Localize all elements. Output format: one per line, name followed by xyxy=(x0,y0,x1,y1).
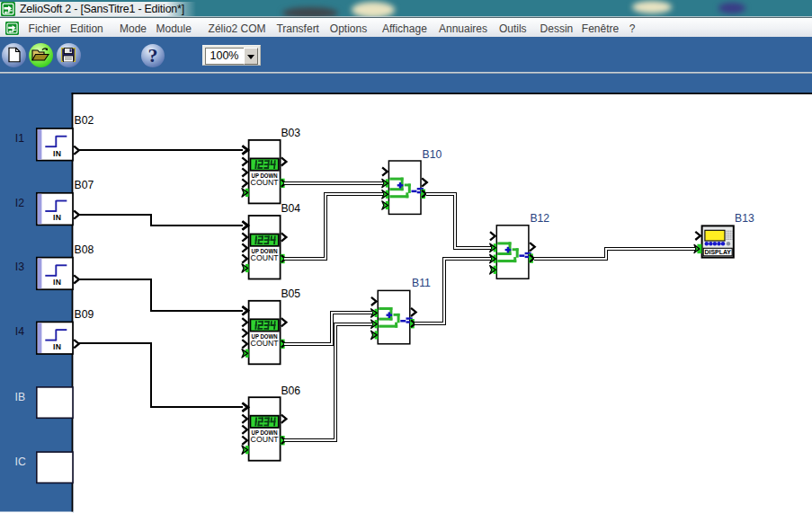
svg-text:COUNT: COUNT xyxy=(251,435,279,444)
svg-text:B04: B04 xyxy=(281,202,300,215)
svg-text:B02: B02 xyxy=(75,114,94,127)
svg-text:B13: B13 xyxy=(735,212,754,225)
svg-text:IN: IN xyxy=(53,278,61,287)
svg-text:COUNT: COUNT xyxy=(251,253,279,262)
svg-text:B09: B09 xyxy=(75,308,94,321)
svg-text:B08: B08 xyxy=(75,243,94,256)
svg-text:I3: I3 xyxy=(15,261,24,273)
svg-text:I4: I4 xyxy=(15,325,24,338)
svg-text:DISPLAY: DISPLAY xyxy=(704,248,731,256)
svg-text:B10: B10 xyxy=(423,148,442,161)
svg-text:B05: B05 xyxy=(281,287,300,300)
svg-text:COUNT: COUNT xyxy=(251,178,279,187)
svg-text:IB: IB xyxy=(15,391,26,403)
svg-text:IN: IN xyxy=(53,213,61,222)
svg-text:B06: B06 xyxy=(281,385,300,397)
svg-text:IN: IN xyxy=(53,149,61,158)
svg-text:COUNT: COUNT xyxy=(251,339,279,348)
svg-text:IN: IN xyxy=(53,342,61,351)
svg-text:I2: I2 xyxy=(15,197,24,209)
svg-text:B11: B11 xyxy=(412,277,431,289)
svg-text:IC: IC xyxy=(15,456,26,468)
svg-text:B03: B03 xyxy=(281,127,300,139)
svg-text:B07: B07 xyxy=(75,179,94,191)
svg-text:I1: I1 xyxy=(15,132,24,145)
svg-text:B12: B12 xyxy=(530,212,549,225)
